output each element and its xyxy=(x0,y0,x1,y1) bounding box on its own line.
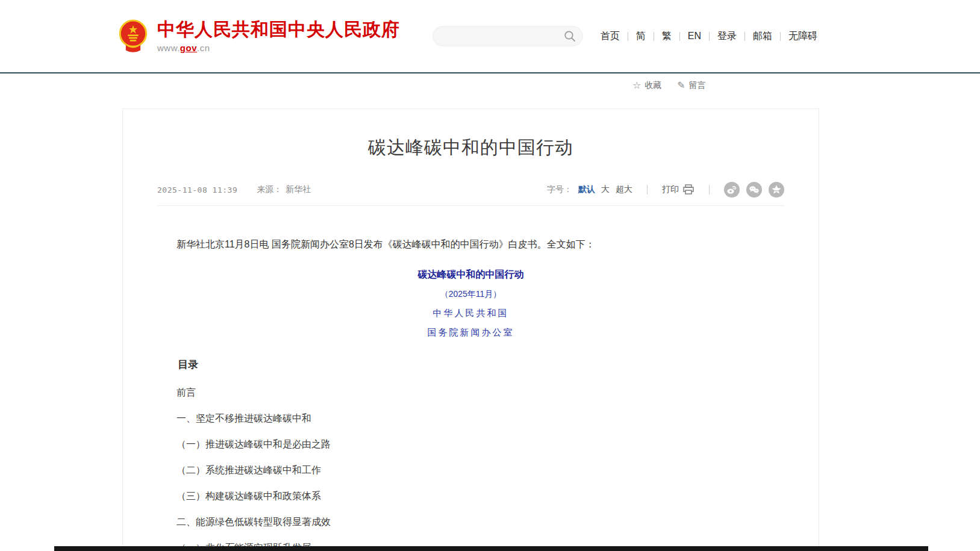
toc-item-1: 一、坚定不移推进碳达峰碳中和 xyxy=(157,414,784,423)
toc-heading: 目录 xyxy=(157,358,784,372)
article-meta: 2025-11-08 11:39 来源： 新华社 字号： 默认 大 超大 打印 xyxy=(157,182,784,206)
message-button[interactable]: ✎ 留言 xyxy=(677,79,705,91)
article-card: 碳达峰碳中和的中国行动 2025-11-08 11:39 来源： 新华社 字号：… xyxy=(122,108,819,551)
source-value[interactable]: 新华社 xyxy=(286,184,311,195)
toc-item-preface: 前言 xyxy=(157,388,784,397)
meta-left: 2025-11-08 11:39 来源： 新华社 xyxy=(157,184,311,195)
meta-right: 字号： 默认 大 超大 打印 xyxy=(547,182,784,198)
weibo-share-icon[interactable] xyxy=(724,182,740,198)
toc-item-2: 二、能源绿色低碳转型取得显著成效 xyxy=(157,517,784,527)
nav-english[interactable]: EN xyxy=(680,31,709,42)
document-date: （2025年11月） xyxy=(157,289,784,300)
meta-separator xyxy=(647,185,648,195)
star-icon: ☆ xyxy=(632,79,641,91)
header-right: 首页 简 繁 EN 登录 邮箱 无障碍 xyxy=(432,26,825,46)
site-header: 中华人民共和国中央人民政府 www.gov.cn 首页 简 繁 EN 登录 邮箱… xyxy=(0,0,980,72)
share-icons xyxy=(724,182,784,198)
message-label: 留言 xyxy=(689,80,706,91)
site-title: 中华人民共和国中央人民政府 xyxy=(157,19,400,40)
lead-paragraph: 新华社北京11月8日电 国务院新闻办公室8日发布《碳达峰碳中和的中国行动》白皮书… xyxy=(157,236,784,253)
fontsize-xlarge[interactable]: 超大 xyxy=(616,184,632,195)
bottom-edge-bar xyxy=(54,546,928,551)
source-label: 来源： xyxy=(257,184,282,195)
url-prefix: www. xyxy=(157,43,180,53)
nav-accessibility[interactable]: 无障碍 xyxy=(781,30,825,43)
header-divider xyxy=(0,72,980,73)
document-heading-block: 碳达峰碳中和的中国行动 （2025年11月） 中华人民共和国 国务院新闻办公室 xyxy=(157,269,784,338)
url-domain: gov xyxy=(180,43,197,53)
nav-traditional[interactable]: 繁 xyxy=(654,30,679,43)
pencil-icon: ✎ xyxy=(677,79,685,91)
publish-date: 2025-11-08 11:39 xyxy=(157,185,237,195)
printer-icon xyxy=(682,184,694,195)
qzone-share-icon[interactable] xyxy=(769,182,784,198)
document-title: 碳达峰碳中和的中国行动 xyxy=(157,269,784,281)
fontsize-label: 字号： xyxy=(547,184,572,195)
search-input[interactable] xyxy=(439,31,563,41)
print-button[interactable]: 打印 xyxy=(662,184,694,195)
nav-home[interactable]: 首页 xyxy=(593,30,628,43)
site-url[interactable]: www.gov.cn xyxy=(157,43,400,53)
nav-simplified[interactable]: 简 xyxy=(628,30,654,43)
search-box[interactable] xyxy=(432,26,583,46)
url-suffix: .cn xyxy=(197,43,210,53)
toc-item-1-1: （一）推进碳达峰碳中和是必由之路 xyxy=(157,440,784,449)
top-nav: 首页 简 繁 EN 登录 邮箱 无障碍 xyxy=(593,30,825,43)
wechat-share-icon[interactable] xyxy=(746,182,762,198)
national-emblem-icon xyxy=(117,19,149,54)
favorite-button[interactable]: ☆ 收藏 xyxy=(632,79,661,91)
fontsize-large[interactable]: 大 xyxy=(601,184,610,195)
nav-mail[interactable]: 邮箱 xyxy=(745,30,780,43)
toc-item-1-2: （二）系统推进碳达峰碳中和工作 xyxy=(157,465,784,475)
site-identity: 中华人民共和国中央人民政府 www.gov.cn xyxy=(157,19,400,53)
document-org-line2: 国务院新闻办公室 xyxy=(157,327,784,338)
page-tools: ☆ 收藏 ✎ 留言 xyxy=(632,79,706,91)
print-label: 打印 xyxy=(662,184,679,195)
favorite-label: 收藏 xyxy=(644,80,661,91)
article-title: 碳达峰碳中和的中国行动 xyxy=(157,135,784,160)
document-org-line1: 中华人民共和国 xyxy=(157,308,784,319)
meta-separator xyxy=(709,185,710,195)
toc-item-1-3: （三）构建碳达峰碳中和政策体系 xyxy=(157,491,784,501)
nav-login[interactable]: 登录 xyxy=(710,30,744,43)
search-icon[interactable] xyxy=(563,30,576,43)
fontsize-default[interactable]: 默认 xyxy=(578,184,595,195)
site-logo[interactable]: 中华人民共和国中央人民政府 www.gov.cn xyxy=(117,19,400,54)
